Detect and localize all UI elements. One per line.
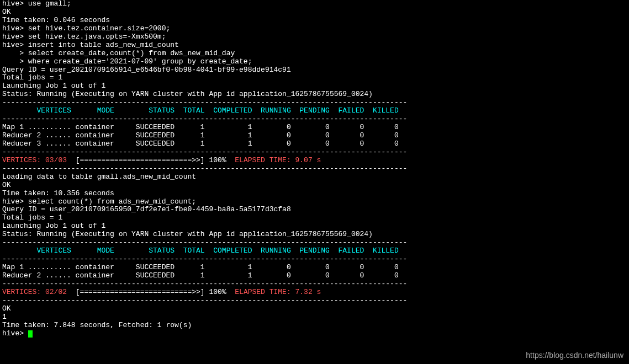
output-line: > select create_date,count(*) from dws_n…	[2, 50, 627, 58]
watermark: https://blog.csdn.net/hailunw	[526, 351, 623, 360]
output-line: Launching Job 1 out of 1	[2, 82, 627, 90]
output-line: OK	[2, 305, 627, 313]
table-separator: ----------------------------------------…	[2, 148, 627, 157]
output-line: Total jobs = 1	[2, 74, 627, 82]
table-row: Reducer 2 ...... container SUCCEEDED 1 1…	[2, 272, 627, 280]
table-row: Reducer 2 ...... container SUCCEEDED 1 1…	[2, 132, 627, 140]
output-line: Loading data to table gmall.ads_new_mid_…	[2, 173, 627, 181]
terminal-output[interactable]: hive> use gmall; OK Time taken: 0.046 se…	[0, 0, 629, 338]
output-line: hive> use gmall;	[2, 0, 627, 8]
vertices-summary: VERTICES: 02/02 [=======================…	[2, 288, 627, 297]
output-line: 1	[2, 313, 627, 322]
prompt: hive>	[2, 329, 28, 338]
progress-bar: [==========================>>] 100%	[67, 288, 235, 296]
output-line: Launching Job 1 out of 1	[2, 222, 627, 231]
output-line: > where create_date='2021-07-09' group b…	[2, 58, 627, 66]
progress-bar: [==========================>>] 100%	[67, 156, 235, 164]
prompt-line[interactable]: hive>	[2, 330, 627, 338]
output-line: OK	[2, 181, 627, 190]
vertices-count: VERTICES: 02/02	[2, 288, 67, 296]
vertices-summary: VERTICES: 03/03 [=======================…	[2, 157, 627, 165]
output-line: hive> set hive.tez.java.opts=-Xmx500m;	[2, 33, 627, 41]
output-line: hive> insert into table ads_new_mid_coun…	[2, 41, 627, 50]
output-line: hive> select count(*) from ads_new_mid_c…	[2, 198, 627, 206]
table-header: VERTICES MODE STATUS TOTAL COMPLETED RUN…	[2, 107, 627, 115]
table-row: Map 1 .......... container SUCCEEDED 1 1…	[2, 264, 627, 272]
table-separator: ----------------------------------------…	[2, 239, 627, 247]
table-row: Reducer 3 ...... container SUCCEEDED 1 1…	[2, 140, 627, 148]
elapsed-time: ELAPSED TIME: 7.32 s	[235, 288, 342, 296]
output-line: Status: Running (Executing on YARN clust…	[2, 90, 627, 99]
table-row: Map 1 .......... container SUCCEEDED 1 1…	[2, 124, 627, 132]
cursor-icon	[28, 330, 33, 338]
table-separator: ----------------------------------------…	[2, 165, 627, 173]
output-line: OK	[2, 8, 627, 17]
table-separator: ----------------------------------------…	[2, 115, 627, 124]
output-line: Query ID = user_20210709165950_7df2e7e1-…	[2, 206, 627, 214]
output-line: Time taken: 7.848 seconds, Fetched: 1 ro…	[2, 322, 627, 330]
output-line: Status: Running (Executing on YARN clust…	[2, 231, 627, 239]
table-header: VERTICES MODE STATUS TOTAL COMPLETED RUN…	[2, 247, 627, 255]
output-line: Total jobs = 1	[2, 214, 627, 222]
vertices-count: VERTICES: 03/03	[2, 156, 67, 164]
table-separator: ----------------------------------------…	[2, 255, 627, 264]
elapsed-time: ELAPSED TIME: 9.07 s	[235, 156, 342, 164]
table-separator: ----------------------------------------…	[2, 99, 627, 107]
table-separator: ----------------------------------------…	[2, 280, 627, 288]
table-separator: ----------------------------------------…	[2, 297, 627, 305]
output-line: Time taken: 0.046 seconds	[2, 17, 627, 25]
output-line: Query ID = user_20210709165914_e6546bf0-…	[2, 66, 627, 74]
output-line: hive> set hive.tez.container.size=2000;	[2, 25, 627, 33]
output-line: Time taken: 10.356 seconds	[2, 190, 627, 198]
